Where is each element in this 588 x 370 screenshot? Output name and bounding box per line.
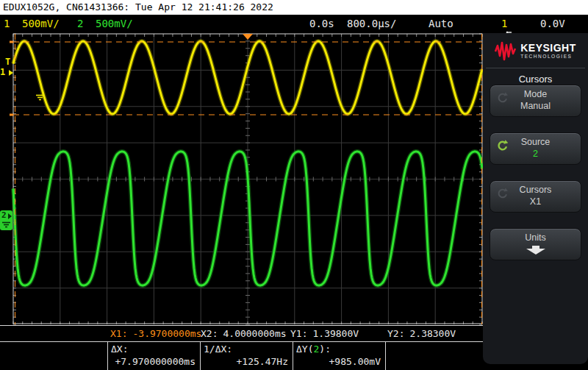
- timebase-scale: 800.0µs/: [347, 18, 396, 29]
- softkey-menu-panel: KEYSIGHT TECHNOLOGIES Cursors Mode Manua…: [483, 33, 588, 364]
- time-reference: 0.0s: [309, 18, 334, 29]
- ch2-scale: 500mV/: [96, 18, 133, 29]
- softkey-units-button[interactable]: Units: [490, 228, 581, 260]
- cursor-y2-notch: [10, 41, 13, 43]
- y1-readout: Y1:1.39800V: [290, 328, 359, 339]
- acquisition-mode: Auto: [429, 18, 453, 29]
- keysight-logo: KEYSIGHT TECHNOLOGIES: [483, 33, 588, 61]
- delta-y-readout: ΔY(2): +985.00mV: [293, 342, 385, 370]
- titlebar: EDUX1052G, CN61431366: Tue Apr 12 21:41:…: [0, 0, 588, 15]
- ch2-ground-icon: [1, 221, 11, 228]
- softkey-source-button[interactable]: Source 2: [490, 132, 581, 165]
- inverse-delta-x-readout: 1/ΔX:+125.47Hz: [200, 342, 293, 370]
- ch1-ground-icon: [7, 76, 45, 118]
- x2-readout: X2:4.0000000ms: [201, 328, 287, 339]
- trigger-level-marker: T: [5, 57, 10, 67]
- ch2-marker-label: 2: [1, 210, 7, 220]
- trigger-level: 0.0V: [540, 18, 565, 29]
- delta-readout-row: ΔX:+7.970000000ms 1/ΔX:+125.47Hz ΔY(2): …: [0, 341, 483, 370]
- softkey-cursors-button[interactable]: Cursors X1: [490, 180, 581, 213]
- delta-x-readout: ΔX:+7.970000000ms: [107, 342, 200, 370]
- keysight-logo-icon: [495, 40, 517, 61]
- ch2-number[interactable]: 2: [77, 18, 83, 29]
- ch2-marker-arrow-icon: [8, 213, 12, 219]
- ch1-marker-arrow-icon: [9, 70, 13, 76]
- graticule-and-traces: [0, 33, 483, 326]
- cursor-readout-row: X1:-3.9700000ms X2:4.0000000ms Y1:1.3980…: [0, 325, 483, 341]
- softkey-mode-button[interactable]: Mode Manual: [490, 85, 581, 117]
- ch1-ground-marker: 1: [0, 67, 5, 77]
- logo-divider: [486, 68, 585, 68]
- trigger-position-marker: [243, 34, 253, 40]
- ch2-ground-marker: 2: [0, 210, 12, 230]
- rotary-knob-icon: [496, 140, 508, 152]
- menu-title: Cursors: [483, 74, 588, 85]
- down-arrow-icon: [490, 246, 581, 257]
- y2-readout: Y2:2.38300V: [387, 328, 456, 339]
- ch1-number[interactable]: 1: [4, 18, 10, 29]
- rotary-knob-icon: [496, 188, 508, 199]
- scope-display: T 1 2: [0, 33, 483, 326]
- trigger-source: 1: [501, 18, 507, 29]
- ch1-scale: 500mV/: [22, 18, 60, 29]
- brand-name: KEYSIGHT: [520, 43, 576, 53]
- x1-readout: X1:-3.9700000ms: [110, 328, 201, 339]
- rotary-knob-icon: [496, 92, 508, 104]
- status-bar: 1 500mV/ 2 500mV/ 0.0s 800.0µs/ Auto 1 0…: [0, 15, 588, 33]
- empty-readout-cell: [385, 342, 483, 370]
- brand-subtitle: TECHNOLOGIES: [520, 53, 576, 60]
